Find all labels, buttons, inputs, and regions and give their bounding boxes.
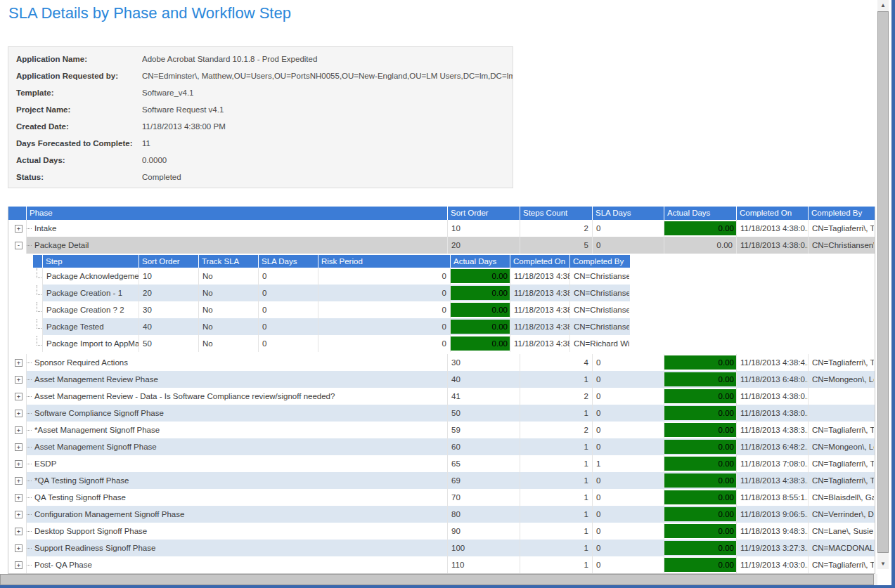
- expand-button[interactable]: +: [15, 511, 22, 518]
- phase-row: +*Asset Management Signoff Phase59200.00…: [8, 422, 875, 438]
- cell-phase: Software Compliance Signoff Phase: [27, 405, 448, 422]
- cell-sort-order: 40: [139, 318, 199, 335]
- sla-actual-days-bar: 0.00: [664, 355, 736, 370]
- horizontal-scrollbar[interactable]: ▶: [0, 574, 889, 585]
- phase-column-header: Sort Order: [448, 207, 520, 220]
- cell-sla-days: 0: [259, 301, 318, 318]
- report-window: SLA Details by Phase and Workflow Step A…: [0, 0, 895, 588]
- expand-button[interactable]: +: [15, 561, 22, 569]
- cell-actual-days: 0.00: [664, 489, 737, 506]
- expand-button[interactable]: +: [15, 426, 22, 434]
- cell-actual-days: 0.00: [451, 285, 510, 301]
- cell-completed-on: 11/18/2013 4:38:0...: [510, 268, 570, 285]
- sla-actual-days-bar: 0.00: [664, 457, 736, 471]
- cell-completed-on: 11/18/2013 7:08:0...: [737, 455, 809, 472]
- expand-button[interactable]: +: [15, 376, 22, 384]
- info-row: Status:Completed: [8, 169, 513, 185]
- cell-sla-days: 0: [593, 523, 664, 540]
- cell-completed-on: 11/18/2013 4:38:0...: [737, 237, 809, 254]
- horizontal-scroll-thumb[interactable]: [0, 574, 874, 585]
- scroll-down-button[interactable]: ▼: [877, 558, 889, 569]
- expand-cell: +: [8, 540, 27, 556]
- expand-button[interactable]: +: [15, 494, 22, 502]
- page-title: SLA Details by Phase and Workflow Step: [8, 4, 291, 22]
- expand-button[interactable]: +: [15, 443, 22, 451]
- cell-sort-order: 90: [448, 523, 520, 540]
- phase-label: *QA Testing Signoff Phase: [34, 476, 129, 485]
- collapse-button[interactable]: -: [15, 242, 22, 249]
- cell-completed-on: 11/18/2013 4:38:3...: [737, 472, 809, 489]
- cell-completed-on: 11/18/2013 4:38:0...: [737, 388, 809, 405]
- cell-completed-on: 11/18/2013 4:38:0...: [510, 301, 570, 318]
- info-field-label: Template:: [8, 89, 142, 97]
- tree-dots: [27, 481, 32, 481]
- cell-completed-on: 11/18/2013 4:38:0...: [510, 318, 570, 335]
- expand-button[interactable]: +: [15, 359, 22, 367]
- sla-actual-days-bar: 0.00: [664, 558, 736, 572]
- cell-actual-days: 0.00: [664, 220, 737, 237]
- phase-row: +QA Testing Signoff Phase70100.0011/18/2…: [8, 489, 875, 506]
- expand-cell: -: [8, 237, 27, 254]
- phase-label: Software Compliance Signoff Phase: [34, 409, 164, 417]
- step-row: Package Creation ? 230No000.0011/18/2013…: [33, 301, 630, 318]
- expand-button[interactable]: +: [15, 225, 22, 233]
- cell-sort-order: 69: [448, 472, 520, 489]
- scrollbar-corner: [877, 574, 889, 585]
- sla-actual-days-bar: 0.00: [664, 507, 736, 521]
- cell-track-sla: No: [199, 335, 259, 352]
- cell-sort-order: 65: [448, 455, 520, 472]
- expand-button[interactable]: +: [15, 544, 22, 552]
- cell-steps-count: 1: [520, 489, 593, 506]
- cell-steps-count: 4: [520, 354, 593, 371]
- cell-completed-by: CN=Blaisdell\, Gar...: [809, 489, 875, 506]
- scroll-up-button[interactable]: ▲: [877, 0, 889, 11]
- phase-label: Package Detail: [34, 241, 89, 249]
- phase-column-header: Steps Count: [520, 207, 593, 220]
- expand-cell: +: [8, 506, 27, 523]
- cell-sla-days: 0: [593, 472, 664, 489]
- info-row: Project Name:Software Request v4.1: [8, 101, 513, 118]
- vertical-scrollbar[interactable]: ▲ ▼: [877, 0, 889, 569]
- cell-sort-order: 110: [448, 556, 520, 573]
- cell-actual-days: 0.00: [664, 422, 737, 438]
- step-column-header: Risk Period: [318, 255, 451, 268]
- step-row: Package Creation - 120No000.0011/18/2013…: [33, 285, 630, 301]
- cell-completed-by: CN=MACDONALD...: [809, 540, 875, 556]
- tree-dots: [27, 245, 32, 246]
- cell-completed-by: [809, 388, 875, 405]
- step-column-header: Track SLA: [199, 255, 259, 268]
- info-field-label: Application Name:: [8, 55, 142, 63]
- cell-sla-days: 0: [593, 371, 664, 388]
- cell-sla-days: 0: [259, 318, 318, 335]
- cell-actual-days: 0.00: [664, 405, 737, 422]
- expand-button[interactable]: +: [15, 393, 22, 400]
- cell-track-sla: No: [199, 285, 259, 301]
- tree-dots: [27, 379, 32, 380]
- cell-sort-order: 100: [448, 540, 520, 556]
- vertical-scroll-thumb[interactable]: [877, 11, 889, 553]
- cell-sla-days: 0: [593, 354, 664, 371]
- expand-button[interactable]: +: [15, 528, 22, 535]
- cell-actual-days: 0.00: [664, 540, 737, 556]
- cell-steps-count: 1: [520, 438, 593, 455]
- expand-button[interactable]: +: [15, 477, 22, 485]
- cell-completed-on: 11/18/2013 4:38:4...: [737, 354, 809, 371]
- up-arrow-icon: ▲: [880, 2, 886, 8]
- cell-phase: Configuration Management Signoff Phase: [27, 506, 448, 523]
- expand-button[interactable]: +: [15, 410, 22, 417]
- tree-dots: [27, 548, 32, 549]
- tree-dots: [27, 362, 32, 363]
- cell-phase: Asset Management Review Phase: [27, 371, 448, 388]
- tree-branch-icon: [37, 268, 43, 278]
- step-tree-cell: [33, 318, 43, 335]
- cell-sort-order: 30: [448, 354, 520, 371]
- phase-column-header: SLA Days: [593, 207, 664, 220]
- expand-button[interactable]: +: [15, 460, 22, 468]
- phase-row: +Asset Management Signoff Phase60100.001…: [8, 438, 875, 455]
- cell-step: Package Import to AppManager: [43, 335, 139, 352]
- phase-label: QA Testing Signoff Phase: [34, 493, 126, 502]
- cell-completed-on: 11/18/2013 4:38:0...: [737, 405, 809, 422]
- sla-actual-days-bar: 0.00: [664, 541, 736, 555]
- step-tree-cell: [33, 285, 43, 301]
- sla-table: PhaseSort OrderSteps CountSLA DaysActual…: [8, 207, 875, 574]
